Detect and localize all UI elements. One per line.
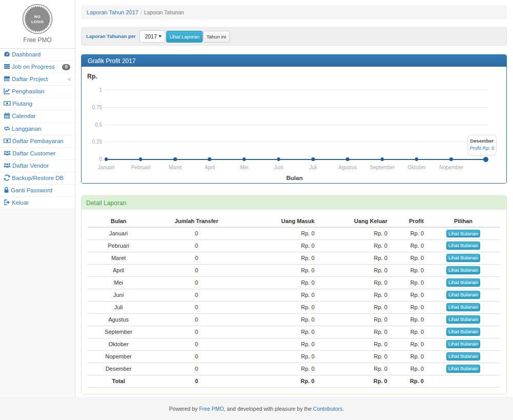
svg-text:LOGO: LOGO xyxy=(31,19,44,24)
svg-text:NO: NO xyxy=(34,14,41,19)
